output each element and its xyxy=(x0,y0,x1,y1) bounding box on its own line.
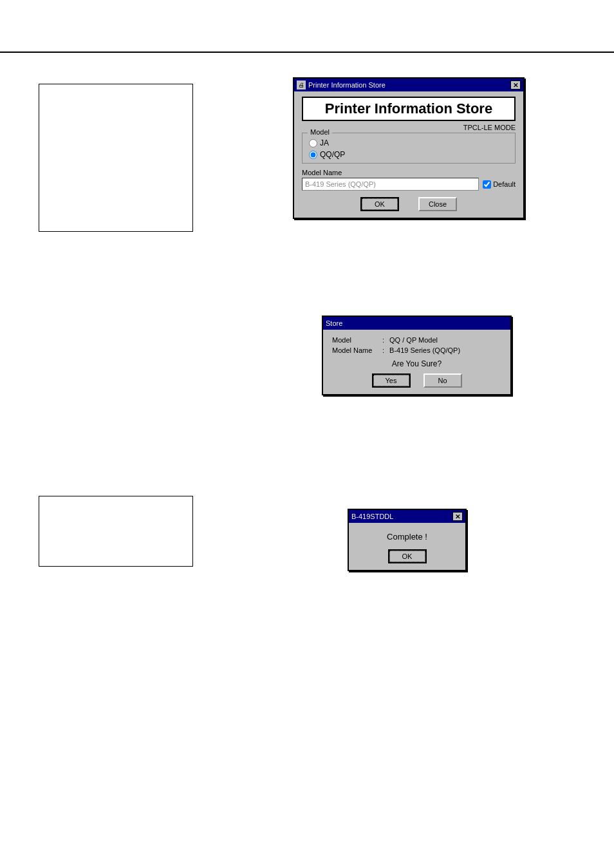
dialog1-model-name-label: Model Name xyxy=(302,169,516,176)
dialog1-title-bar: 🖨 Printer Information Store ✕ xyxy=(294,79,523,91)
dialog3-complete-text: Complete ! xyxy=(355,532,459,542)
dialog2-body: Model : QQ / QP Model Model Name : B-419… xyxy=(323,330,510,394)
dialog1-tpcl-mode: TPCL-LE MODE xyxy=(302,124,516,131)
dialog1-model-legend: Model xyxy=(308,128,332,136)
dialog1-ok-button[interactable]: OK xyxy=(360,197,399,211)
dialog1-btn-row: OK Close xyxy=(302,197,516,211)
top-rule xyxy=(0,52,614,53)
image-box-2 xyxy=(39,496,193,567)
dialog2-title: Store xyxy=(326,319,342,327)
dialog2-are-you-sure: Are You Sure? xyxy=(332,359,501,368)
dialog3-btn-row: OK xyxy=(355,549,459,563)
dialog2-model-name-row: Model Name : B-419 Series (QQ/QP) xyxy=(332,346,501,354)
dialog1-title: Printer Information Store xyxy=(308,81,386,89)
dialog1-radio-qqp-row: QQ/QP xyxy=(309,150,508,159)
dialog1-radio-ja[interactable] xyxy=(309,139,317,147)
dialog2-model-name-value: B-419 Series (QQ/QP) xyxy=(389,346,460,354)
dialog1-close-button[interactable]: Close xyxy=(418,197,457,211)
dialog1-body: Printer Information Store TPCL-LE MODE M… xyxy=(294,91,523,218)
dialog1-model-group: Model JA QQ/QP xyxy=(302,133,516,164)
dialog1-default-row: Default xyxy=(483,180,516,189)
dialog2-no-button[interactable]: No xyxy=(423,373,462,388)
store-confirm-dialog: Store Model : QQ / QP Model Model Name :… xyxy=(322,316,512,395)
dialog1-radio-ja-label: JA xyxy=(320,138,329,147)
dialog2-model-label: Model xyxy=(332,336,377,344)
dialog2-yes-button[interactable]: Yes xyxy=(372,373,411,388)
dialog3-body: Complete ! OK xyxy=(349,523,465,570)
dialog1-close-button[interactable]: ✕ xyxy=(510,80,521,90)
dialog1-radio-ja-row: JA xyxy=(309,138,508,147)
dialog2-model-name-label: Model Name xyxy=(332,346,377,354)
dialog1-radio-qqp[interactable] xyxy=(309,151,317,159)
complete-dialog: B-419STDDL ✕ Complete ! OK xyxy=(348,509,467,571)
dialog1-radio-qqp-label: QQ/QP xyxy=(320,150,345,159)
dialog3-title: B-419STDDL xyxy=(351,513,393,520)
image-box-1 xyxy=(39,84,193,232)
dialog1-model-name-row: Default xyxy=(302,178,516,191)
dialog1-app-title: Printer Information Store xyxy=(302,97,516,121)
dialog2-model-name-sep: : xyxy=(382,346,384,354)
dialog2-title-bar: Store xyxy=(323,317,510,330)
dialog2-model-sep: : xyxy=(382,336,384,344)
dialog1-app-icon: 🖨 xyxy=(297,80,306,90)
dialog3-close-button[interactable]: ✕ xyxy=(452,512,463,521)
dialog3-title-bar: B-419STDDL ✕ xyxy=(349,510,465,523)
dialog2-btn-row: Yes No xyxy=(332,373,501,388)
dialog1-model-name-input[interactable] xyxy=(302,178,479,191)
printer-info-store-dialog: 🖨 Printer Information Store ✕ Printer In… xyxy=(293,77,525,219)
dialog2-model-row: Model : QQ / QP Model xyxy=(332,336,501,344)
dialog1-default-checkbox[interactable] xyxy=(483,180,491,189)
dialog2-model-value: QQ / QP Model xyxy=(389,336,438,344)
dialog1-default-label: Default xyxy=(493,180,516,188)
dialog3-ok-button[interactable]: OK xyxy=(388,549,427,563)
